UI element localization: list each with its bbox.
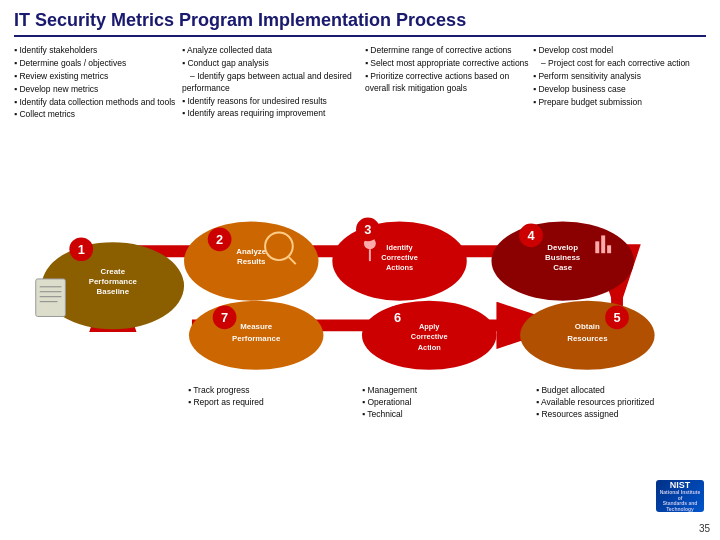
svg-text:4: 4 xyxy=(527,228,535,243)
svg-rect-33 xyxy=(607,245,611,253)
svg-rect-31 xyxy=(595,241,599,253)
list-item: Prioritize corrective actions based on o… xyxy=(365,71,533,95)
bottom-text-row: Track progress Report as required Manage… xyxy=(14,385,706,450)
text-column-2: Analyze collected data Conduct gap analy… xyxy=(182,45,365,155)
list-item: Determine range of corrective actions xyxy=(365,45,533,57)
svg-text:3: 3 xyxy=(364,222,371,237)
list-item: Available resources prioritized xyxy=(536,397,706,409)
svg-text:Actions: Actions xyxy=(386,263,413,272)
list-item: Select most appropriate corrective actio… xyxy=(365,58,533,70)
text-column-4: Develop cost model Project cost for each… xyxy=(533,45,706,155)
list-item: Prepare budget submission xyxy=(533,97,706,109)
list-item: Technical xyxy=(362,409,532,421)
svg-text:Business: Business xyxy=(545,253,581,262)
svg-text:6: 6 xyxy=(394,310,401,325)
svg-text:Baseline: Baseline xyxy=(97,287,130,296)
list-item: Review existing metrics xyxy=(14,71,182,83)
content-area: Identify stakeholders Determine goals / … xyxy=(14,45,706,505)
svg-text:Resources: Resources xyxy=(567,334,608,343)
svg-rect-52 xyxy=(36,279,66,317)
svg-text:Corrective: Corrective xyxy=(381,253,418,262)
svg-text:Measure: Measure xyxy=(240,322,273,331)
list-item: Develop new metrics xyxy=(14,84,182,96)
bottom-col-spacer xyxy=(14,385,184,450)
list-item: Identify reasons for undesired results xyxy=(182,96,365,108)
svg-text:5: 5 xyxy=(613,310,620,325)
text-column-1: Identify stakeholders Determine goals / … xyxy=(14,45,182,155)
svg-text:Apply: Apply xyxy=(419,322,440,331)
list-item: Determine goals / objectives xyxy=(14,58,182,70)
svg-text:Create: Create xyxy=(101,267,126,276)
list-item: Identify stakeholders xyxy=(14,45,182,57)
nist-badge: NIST National Institute ofStandards and … xyxy=(656,480,704,512)
svg-text:Action: Action xyxy=(418,343,442,352)
svg-text:Develop: Develop xyxy=(547,243,578,252)
svg-text:2: 2 xyxy=(216,232,223,247)
list-item: Collect metrics xyxy=(14,109,182,121)
process-diagram: Create Performance Baseline 1 Analyze Re… xyxy=(14,161,706,381)
list-item: Analyze collected data xyxy=(182,45,365,57)
svg-text:7: 7 xyxy=(221,310,228,325)
bottom-column-3: Budget allocated Available resources pri… xyxy=(536,385,706,450)
page: IT Security Metrics Program Implementati… xyxy=(0,0,720,540)
svg-text:Corrective: Corrective xyxy=(411,332,448,341)
list-item: Report as required xyxy=(188,397,358,409)
page-title: IT Security Metrics Program Implementati… xyxy=(14,10,706,37)
svg-text:Analyze: Analyze xyxy=(236,247,266,256)
list-item: Identify gaps between actual and desired… xyxy=(182,71,365,95)
svg-text:Obtain: Obtain xyxy=(575,322,600,331)
svg-text:Identify: Identify xyxy=(386,243,413,252)
nist-logo: NIST National Institute ofStandards and … xyxy=(656,480,704,512)
diagram-svg: Create Performance Baseline 1 Analyze Re… xyxy=(14,161,706,381)
bottom-column-2: Management Operational Technical xyxy=(362,385,532,450)
list-item: Management xyxy=(362,385,532,397)
svg-text:Results: Results xyxy=(237,257,266,266)
list-item: Resources assigned xyxy=(536,409,706,421)
list-item: Develop cost model xyxy=(533,45,706,57)
top-text-row: Identify stakeholders Determine goals / … xyxy=(14,45,706,155)
page-number: 35 xyxy=(699,523,710,534)
list-item: Operational xyxy=(362,397,532,409)
svg-text:Performance: Performance xyxy=(232,334,281,343)
svg-rect-32 xyxy=(601,235,605,253)
list-item: Perform sensitivity analysis xyxy=(533,71,706,83)
svg-text:1: 1 xyxy=(78,242,85,257)
svg-text:Performance: Performance xyxy=(89,277,138,286)
list-item: Project cost for each corrective action xyxy=(533,58,706,70)
list-item: Develop business case xyxy=(533,84,706,96)
list-item: Identify areas requiring improvement xyxy=(182,108,365,120)
text-column-3: Determine range of corrective actions Se… xyxy=(365,45,533,155)
list-item: Conduct gap analysis xyxy=(182,58,365,70)
svg-text:Case: Case xyxy=(553,263,572,272)
bottom-column-1: Track progress Report as required xyxy=(188,385,358,450)
list-item: Track progress xyxy=(188,385,358,397)
list-item: Budget allocated xyxy=(536,385,706,397)
list-item: Identify data collection methods and too… xyxy=(14,97,182,109)
